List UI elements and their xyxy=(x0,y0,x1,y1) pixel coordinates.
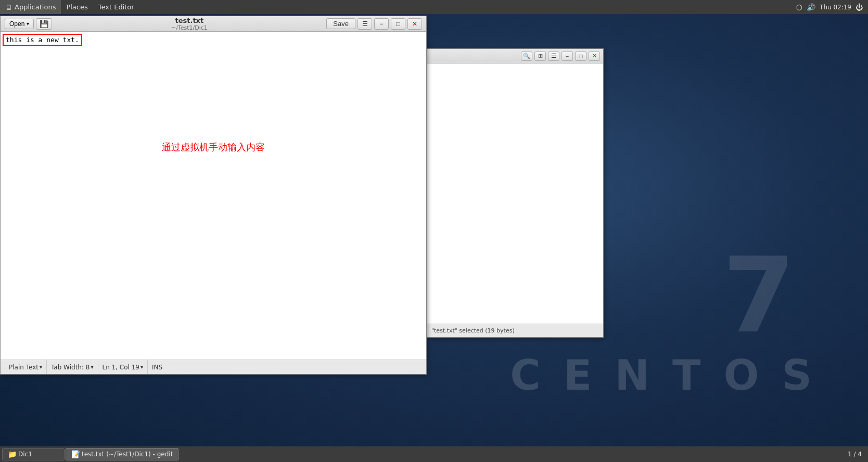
taskbar: 📁 Dic1 📝 test.txt (~/Test1/Dic1) - gedit… xyxy=(0,446,868,462)
fm-menu-icon: ☰ xyxy=(551,53,556,59)
dic1-icon: 📁 xyxy=(8,450,16,458)
close-icon: ✕ xyxy=(412,20,417,28)
ins-indicator: INS xyxy=(148,360,167,374)
places-label: Places xyxy=(66,3,87,11)
fm-close-icon: ✕ xyxy=(592,53,597,59)
save-icon-button[interactable]: 💾 xyxy=(36,18,52,30)
plain-text-selector[interactable]: Plain Text ▾ xyxy=(5,360,47,374)
text-editor-label: Text Editor xyxy=(98,3,134,11)
places-menu[interactable]: Places xyxy=(61,0,93,14)
gedit-filename: test.txt xyxy=(52,17,326,24)
top-bar-left: 🖥 Applications Places Text Editor xyxy=(0,0,139,14)
gedit-filepath: ~/Test1/Dic1 xyxy=(52,24,326,31)
minimize-icon: − xyxy=(379,20,383,28)
fm-maximize-button[interactable]: □ xyxy=(575,52,586,61)
gedit-window: Open ▾ 💾 test.txt ~/Test1/Dic1 Save ☰ − … xyxy=(0,16,427,375)
plain-text-arrow-icon: ▾ xyxy=(40,364,42,370)
taskbar-item-gedit[interactable]: 📝 test.txt (~/Test1/Dic1) - gedit xyxy=(66,448,178,460)
app-icon: 🖥 xyxy=(5,3,12,11)
fm-minimize-button[interactable]: − xyxy=(561,52,573,61)
gedit-content: this is a new txt. 通过虚拟机手动输入内容 xyxy=(1,32,426,360)
fm-search-icon: 🔍 xyxy=(523,53,530,59)
network-icon[interactable]: ⬡ xyxy=(796,3,802,11)
taskbar-page-info: 1 / 4 xyxy=(848,451,866,458)
filemanager-window: 🔍 ⊞ ☰ − □ ✕ "test.txt" selected (19 byte… xyxy=(427,48,604,338)
filemanager-content xyxy=(427,63,603,324)
tab-width-label: Tab Width: 8 xyxy=(51,364,90,371)
gedit-titlebar-right: Save ☰ − □ ✕ xyxy=(326,18,422,30)
fm-status-text: "test.txt" selected (19 bytes) xyxy=(431,327,515,334)
fm-minimize-icon: − xyxy=(566,53,569,59)
filemanager-statusbar: "test.txt" selected (19 bytes) xyxy=(427,324,603,337)
centos-text: C E N T O S xyxy=(510,351,816,400)
power-icon[interactable]: ⏻ xyxy=(856,3,863,11)
ins-label: INS xyxy=(152,364,162,371)
centos-number: 7 xyxy=(723,243,795,348)
top-bar-right: ⬡ 🔊 Thu 02:19 ⏻ xyxy=(796,3,868,11)
dic1-label: Dic1 xyxy=(18,451,32,458)
fm-list-button[interactable]: ⊞ xyxy=(534,52,546,61)
hamburger-menu-button[interactable]: ☰ xyxy=(358,18,372,30)
text-editor-menu[interactable]: Text Editor xyxy=(93,0,139,14)
position-selector[interactable]: Ln 1, Col 19 ▾ xyxy=(98,360,148,374)
filemanager-titlebar: 🔍 ⊞ ☰ − □ ✕ xyxy=(427,49,603,63)
save-button[interactable]: Save xyxy=(326,18,355,29)
close-button[interactable]: ✕ xyxy=(407,18,422,30)
hamburger-icon: ☰ xyxy=(362,20,368,28)
top-menubar: 🖥 Applications Places Text Editor ⬡ 🔊 Th… xyxy=(0,0,868,14)
gedit-title-center: test.txt ~/Test1/Dic1 xyxy=(52,17,326,31)
plain-text-label: Plain Text xyxy=(9,364,39,371)
position-arrow-icon: ▾ xyxy=(141,364,143,370)
gedit-statusbar: Plain Text ▾ Tab Width: 8 ▾ Ln 1, Col 19… xyxy=(1,360,426,374)
volume-icon[interactable]: 🔊 xyxy=(807,3,815,11)
applications-menu[interactable]: 🖥 Applications xyxy=(0,0,61,14)
maximize-icon: □ xyxy=(396,20,400,28)
open-label: Open xyxy=(9,20,24,28)
fm-list-icon: ⊞ xyxy=(538,53,543,59)
applications-label: Applications xyxy=(15,3,56,11)
tab-width-selector[interactable]: Tab Width: 8 ▾ xyxy=(47,360,98,374)
minimize-button[interactable]: − xyxy=(374,18,389,30)
gedit-titlebar: Open ▾ 💾 test.txt ~/Test1/Dic1 Save ☰ − … xyxy=(1,16,426,32)
gedit-taskbar-label: test.txt (~/Test1/Dic1) - gedit xyxy=(82,451,173,458)
fm-maximize-icon: □ xyxy=(579,53,583,59)
taskbar-item-dic1[interactable]: 📁 Dic1 xyxy=(2,448,65,460)
fm-menu-button[interactable]: ☰ xyxy=(548,52,559,61)
clock: Thu 02:19 xyxy=(820,4,851,11)
gedit-titlebar-left: Open ▾ 💾 xyxy=(5,18,52,30)
tab-width-arrow-icon: ▾ xyxy=(91,364,93,370)
gedit-taskbar-icon: 📝 xyxy=(71,450,80,458)
page-info-label: 1 / 4 xyxy=(848,451,862,458)
fm-close-button[interactable]: ✕ xyxy=(589,52,600,61)
save-file-icon: 💾 xyxy=(40,20,48,28)
open-button[interactable]: Open ▾ xyxy=(5,19,34,29)
open-arrow-icon: ▾ xyxy=(27,21,29,27)
fm-search-button[interactable]: 🔍 xyxy=(521,52,532,61)
position-label: Ln 1, Col 19 xyxy=(103,364,140,371)
maximize-button[interactable]: □ xyxy=(391,18,405,30)
